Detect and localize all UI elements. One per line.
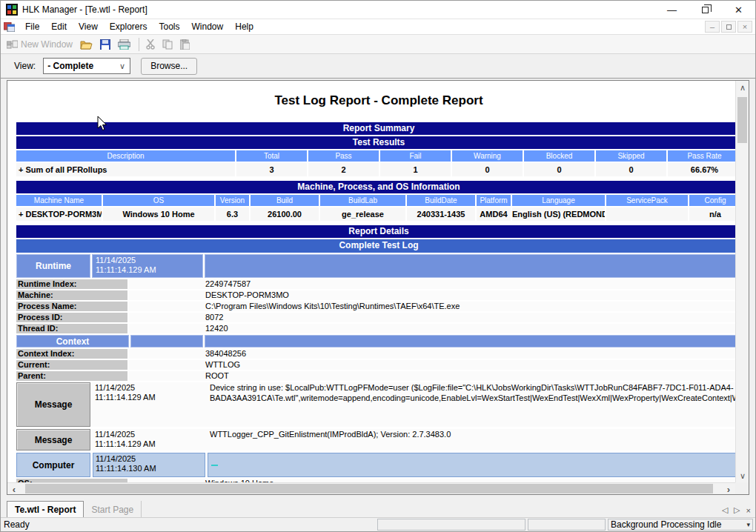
tab-tewtl-report[interactable]: Te.wtl - Report xyxy=(7,501,84,518)
close-button[interactable]: ✕ xyxy=(722,1,755,19)
report-document: Test Log Report - Complete Report Report… xyxy=(7,80,749,495)
new-window-button[interactable]: New Window xyxy=(4,38,76,51)
horizontal-scrollbar-thumb[interactable] xyxy=(25,484,713,493)
message-timestamp: 11/14/2025 11:11:14.129 AM xyxy=(93,429,205,450)
status-panel xyxy=(377,519,525,531)
mdi-controls: – × xyxy=(703,21,755,33)
table-cell: 6.3 xyxy=(216,207,249,221)
context-section-spacer xyxy=(130,335,203,348)
chevron-down-icon: ▾ xyxy=(746,521,750,528)
computer-section-filler xyxy=(208,453,735,477)
open-button[interactable] xyxy=(77,38,96,51)
mdi-close-button[interactable]: × xyxy=(737,21,752,33)
menu-bar: File Edit View Explorers Tools Window He… xyxy=(1,19,755,35)
vertical-scrollbar-thumb[interactable] xyxy=(737,97,747,143)
minimize-button[interactable]: — xyxy=(655,1,689,19)
expandable-row-label[interactable]: + Sum of all PFRollups xyxy=(16,163,235,176)
context-section-filler xyxy=(205,335,735,348)
table-cell: 0 xyxy=(452,163,523,176)
column-header: BuildLab xyxy=(320,195,405,206)
field-label: Parent: xyxy=(16,371,127,381)
report-summary-header: Report Summary xyxy=(16,122,735,135)
field-value: ROOT xyxy=(129,371,735,381)
machine-info-column-row: Machine Name OS Version Build BuildLab B… xyxy=(16,195,735,206)
runtime-section-filler xyxy=(205,254,735,278)
cursor-dash xyxy=(211,465,218,466)
message-text: Device string in use: $LocalPub:WTTLogPF… xyxy=(208,382,735,427)
menu-tools[interactable]: Tools xyxy=(153,20,186,33)
restore-icon xyxy=(702,7,709,13)
menu-explorers[interactable]: Explorers xyxy=(104,20,153,33)
status-panel xyxy=(528,519,606,531)
toolbar-separator xyxy=(139,38,139,51)
column-header: Skipped xyxy=(596,150,666,162)
report-title: Test Log Report - Complete Report xyxy=(16,93,735,108)
horizontal-scrollbar[interactable]: ‹ › xyxy=(7,482,735,494)
vertical-scrollbar[interactable]: ∧ ∨ xyxy=(735,81,749,482)
test-results-header: Test Results xyxy=(16,136,735,149)
tab-start-page[interactable]: Start Page xyxy=(84,501,142,518)
paste-button[interactable] xyxy=(177,38,193,51)
message-button[interactable]: Message xyxy=(16,429,90,450)
title-bar: HLK Manager - [Te.wtl - Report] — ✕ xyxy=(1,1,755,19)
menu-help[interactable]: Help xyxy=(229,20,259,33)
save-button[interactable] xyxy=(97,38,113,51)
field-label: Thread ID: xyxy=(16,324,127,333)
table-cell xyxy=(606,207,688,221)
background-processing-dropdown[interactable]: Background Processing Idle ▾ xyxy=(608,519,753,531)
menu-view[interactable]: View xyxy=(73,20,104,33)
status-bar: Ready Background Processing Idle ▾ xyxy=(1,517,755,531)
open-folder-icon xyxy=(80,39,93,50)
cut-button[interactable] xyxy=(143,38,158,51)
column-header: Platform xyxy=(477,195,511,206)
tab-navigation-controls: ◁ ▷ × xyxy=(722,505,755,515)
print-button[interactable] xyxy=(115,38,133,51)
field-label: Machine: xyxy=(16,290,127,300)
menu-file[interactable]: File xyxy=(19,20,45,33)
copy-button[interactable] xyxy=(159,38,176,51)
document-icon xyxy=(4,22,15,32)
tab-next-button[interactable]: ▷ xyxy=(734,505,740,515)
field-value: C:\Program Files\Windows Kits\10\Testing… xyxy=(129,302,735,311)
field-label: Context Index: xyxy=(16,349,127,359)
scroll-down-button[interactable]: ∨ xyxy=(736,469,749,482)
table-cell: ge_release xyxy=(320,207,405,221)
context-section-label: Context xyxy=(16,335,129,348)
toolbar: New Window xyxy=(1,35,755,54)
table-cell: AMD64 xyxy=(477,207,511,221)
scroll-up-button[interactable]: ∧ xyxy=(736,81,749,94)
column-header: Blocked xyxy=(524,150,594,162)
browse-button[interactable]: Browse... xyxy=(141,58,197,75)
restore-button[interactable] xyxy=(689,1,722,19)
tab-prev-button[interactable]: ◁ xyxy=(722,505,728,515)
expandable-row-label[interactable]: + DESKTOP-PORM3MO xyxy=(16,207,102,221)
field-row: Process Name: C:\Program Files\Windows K… xyxy=(16,302,735,311)
tab-close-button[interactable]: × xyxy=(746,506,751,515)
runtime-section-label: Runtime xyxy=(16,254,90,278)
field-value: WTTLOG xyxy=(129,360,735,370)
mdi-restore-icon xyxy=(726,24,732,30)
menu-edit[interactable]: Edit xyxy=(45,20,73,33)
field-label: Process Name: xyxy=(16,302,127,311)
chevron-up-icon: ∧ xyxy=(740,83,746,93)
test-results-row: + Sum of all PFRollups 3 2 1 0 0 0 66.67… xyxy=(16,163,735,176)
field-row: Thread ID: 12420 xyxy=(16,324,735,333)
view-dropdown[interactable]: - Complete ∨ xyxy=(43,58,130,74)
chevron-down-icon: ∨ xyxy=(119,61,130,71)
table-cell: 26100.00 xyxy=(251,207,319,221)
column-header: Description xyxy=(16,150,235,162)
report-view: Test Log Report - Complete Report Report… xyxy=(7,81,735,482)
print-icon xyxy=(118,39,130,50)
scroll-left-button[interactable]: ‹ xyxy=(7,483,21,495)
menu-window[interactable]: Window xyxy=(186,20,230,33)
scroll-right-button[interactable]: › xyxy=(722,483,735,495)
field-label: Runtime Index: xyxy=(16,279,127,289)
field-label: Current: xyxy=(16,360,127,370)
table-cell: n/a xyxy=(689,207,735,221)
message-button[interactable]: Message xyxy=(16,382,90,427)
view-label: View: xyxy=(14,61,36,71)
mdi-restore-button[interactable] xyxy=(721,21,736,33)
mdi-minimize-button[interactable]: – xyxy=(705,21,720,33)
field-row: Parent: ROOT xyxy=(16,371,735,381)
view-bar: View: - Complete ∨ Browse... xyxy=(1,54,755,79)
